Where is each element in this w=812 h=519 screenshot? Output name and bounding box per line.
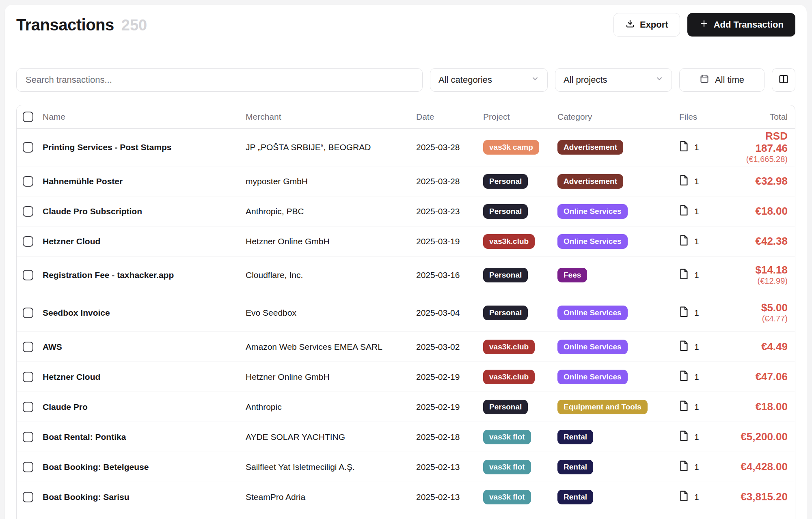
row-checkbox[interactable] (23, 236, 33, 247)
project-badge[interactable]: vas3k flot (483, 430, 531, 444)
download-icon (625, 19, 635, 31)
export-button[interactable]: Export (613, 13, 680, 37)
category-badge[interactable]: Rental (557, 460, 593, 474)
column-header-total[interactable]: Total (732, 112, 788, 122)
file-count: 1 (694, 492, 699, 502)
add-transaction-button[interactable]: Add Transaction (687, 13, 795, 37)
project-badge[interactable]: vas3k flot (483, 460, 531, 474)
row-checkbox[interactable] (23, 308, 33, 318)
row-checkbox[interactable] (23, 492, 33, 502)
transaction-merchant: Hetzner Online GmbH (246, 237, 416, 246)
project-badge[interactable]: vas3k.club (483, 234, 535, 249)
transaction-merchant: AYDE SOLAR YACHTING (246, 432, 416, 442)
transactions-table: Name Merchant Date Project Category File… (16, 105, 795, 519)
transaction-date: 2025-03-28 (416, 177, 483, 186)
category-badge[interactable]: Fees (557, 268, 587, 282)
project-badge[interactable]: Personal (483, 174, 528, 189)
row-checkbox[interactable] (23, 206, 33, 217)
page-header: Transactions 250 Export Add Transaction (16, 13, 795, 37)
column-header-name[interactable]: Name (43, 112, 246, 122)
add-transaction-label: Add Transaction (714, 19, 784, 30)
row-checkbox[interactable] (23, 270, 33, 280)
project-badge[interactable]: vas3k flot (483, 490, 531, 504)
row-checkbox[interactable] (23, 342, 33, 352)
search-input[interactable] (16, 68, 423, 92)
project-badge[interactable]: vas3k camp (483, 140, 539, 155)
file-count: 1 (694, 372, 699, 382)
table-row[interactable]: Boat Rental: Pontika AYDE SOLAR YACHTING… (17, 422, 795, 452)
project-badge[interactable]: vas3k.club (483, 340, 535, 354)
file-count: 1 (694, 308, 699, 318)
category-badge[interactable]: Rental (557, 490, 593, 504)
file-icon (679, 431, 689, 444)
table-row[interactable]: Claude Pro Subscription Anthropic, PBC 2… (17, 196, 795, 226)
transaction-name: Boat Booking: Sarisu (43, 492, 246, 502)
transaction-name: Hetzner Cloud (43, 372, 246, 382)
table-row[interactable]: Claude Pro Anthropic 2025-02-19 Personal… (17, 392, 795, 422)
category-badge[interactable]: Advertisement (557, 174, 623, 189)
file-icon (679, 175, 689, 188)
chevron-down-icon (655, 75, 663, 85)
project-badge[interactable]: Personal (483, 400, 528, 414)
table-row[interactable]: AWS Amazon Web Services EMEA SARL 2025-0… (17, 332, 795, 362)
row-checkbox[interactable] (23, 142, 33, 153)
transaction-merchant: SteamPro Adria (246, 492, 416, 502)
table-row[interactable]: Boat Booking: Sarisu SteamPro Adria 2025… (17, 482, 795, 512)
transaction-merchant: Cloudflare, Inc. (246, 270, 416, 280)
transaction-name: Claude Pro Subscription (43, 207, 246, 216)
table-row[interactable]: Hetzner Cloud Hetzner Online GmbH 2025-0… (17, 362, 795, 392)
category-badge[interactable]: Equipment and Tools (557, 400, 648, 414)
column-header-project[interactable]: Project (483, 112, 557, 122)
column-header-files[interactable]: Files (679, 112, 732, 122)
category-badge[interactable]: Online Services (557, 234, 628, 249)
category-badge[interactable]: Rental (557, 430, 593, 444)
category-badge[interactable]: Advertisement (557, 140, 623, 155)
transaction-date: 2025-03-02 (416, 342, 483, 352)
transaction-name: Boat Rental: Pontika (43, 432, 246, 442)
category-badge[interactable]: Online Services (557, 340, 628, 354)
category-badge[interactable]: Online Services (557, 306, 628, 320)
categories-filter[interactable]: All categories (430, 68, 548, 92)
category-badge[interactable]: Online Services (557, 370, 628, 384)
project-badge[interactable]: Personal (483, 204, 528, 219)
file-icon (679, 491, 689, 504)
table-row[interactable]: Boat Booking: Betelgeuse Sailfleet Yat I… (17, 452, 795, 482)
table-row[interactable]: Seedbox Invoice Evo Seedbox 2025-03-04 P… (17, 294, 795, 332)
projects-filter[interactable]: All projects (555, 68, 672, 92)
row-checkbox[interactable] (23, 402, 33, 412)
row-checkbox[interactable] (23, 462, 33, 472)
project-badge[interactable]: Personal (483, 268, 528, 282)
select-all-checkbox[interactable] (23, 112, 33, 122)
project-badge[interactable]: vas3k.club (483, 370, 535, 384)
transaction-merchant: Sailfleet Yat Isletmeciligi A.Ş. (246, 462, 416, 472)
column-header-merchant[interactable]: Merchant (246, 112, 416, 122)
chevron-down-icon (531, 75, 539, 85)
file-count: 1 (694, 402, 699, 412)
table-row[interactable]: Hetzner Cloud Hetzner Online GmbH 2025-0… (17, 226, 795, 256)
file-icon (679, 340, 689, 353)
transaction-merchant: Hetzner Online GmbH (246, 372, 416, 382)
row-checkbox[interactable] (23, 176, 33, 187)
file-count: 1 (694, 207, 699, 216)
transaction-merchant: Anthropic (246, 402, 416, 412)
column-header-category[interactable]: Category (557, 112, 679, 122)
project-badge[interactable]: Personal (483, 306, 528, 320)
table-row[interactable]: Printing Services - Post Stamps JP „POŠT… (17, 129, 795, 166)
row-checkbox[interactable] (23, 432, 33, 442)
time-filter[interactable]: All time (679, 68, 764, 92)
transaction-name: Seedbox Invoice (43, 308, 246, 318)
categories-filter-value: All categories (438, 75, 492, 85)
table-row[interactable]: Hahnemühle Poster myposter GmbH 2025-03-… (17, 166, 795, 196)
export-label: Export (640, 19, 668, 30)
row-checkbox[interactable] (23, 372, 33, 382)
category-badge[interactable]: Online Services (557, 204, 628, 219)
table-row[interactable]: Registration Fee - taxhacker.app Cloudfl… (17, 256, 795, 294)
transaction-merchant: Evo Seedbox (246, 308, 416, 318)
view-toggle-button[interactable] (772, 68, 795, 92)
column-header-date[interactable]: Date (416, 112, 483, 122)
transaction-name: Boat Booking: Betelgeuse (43, 462, 246, 472)
transaction-total: €5,200.00 (732, 431, 788, 443)
file-icon (679, 461, 689, 474)
projects-filter-value: All projects (564, 75, 607, 85)
transaction-date: 2025-02-18 (416, 432, 483, 442)
